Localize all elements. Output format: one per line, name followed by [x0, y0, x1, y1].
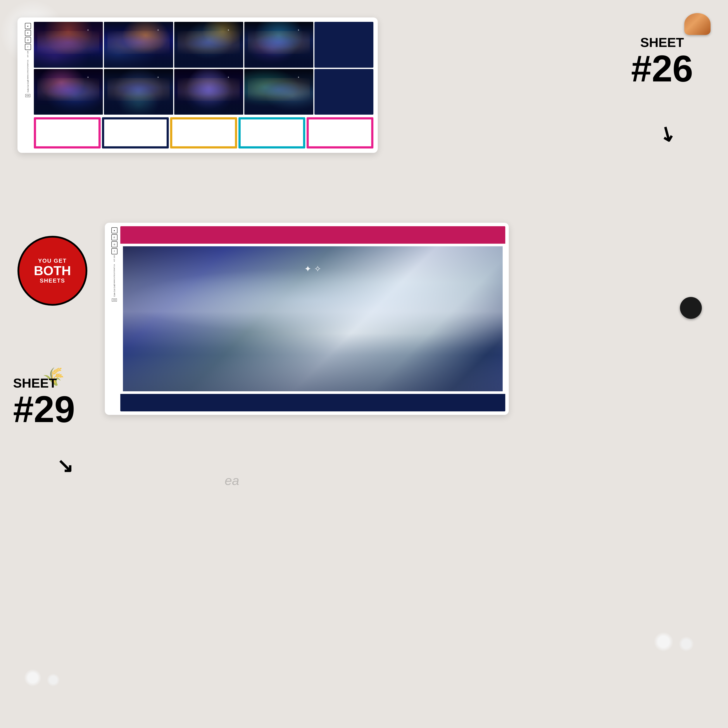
facebook-icon: f [25, 44, 31, 50]
sheet-29-number: #29 [13, 391, 75, 428]
brand-name-29: Cute Cut Craft WWW.CUTECUTCRAFT.CA [113, 264, 116, 297]
sticker-cell-6[interactable] [104, 69, 173, 115]
frame-sticker-pink-1[interactable] [34, 117, 101, 148]
brand-name-26: Cute Cut Craft WWW.CUTECUTCRAFT.CA [27, 60, 29, 92]
sky-overlay [123, 246, 503, 391]
sheet-29-main-image [121, 245, 505, 393]
frame-sticker-navy[interactable] [102, 117, 169, 148]
bookmark-icon: ▲ [25, 23, 31, 29]
badge-container: YOU GET BOTH SHEETS [17, 236, 94, 312]
arrow-to-sheet-26: ↙ [655, 120, 680, 148]
sticker-cell-8[interactable] [244, 69, 314, 115]
sheet-26-number: #26 [631, 50, 693, 87]
facebook-icon-29: f [112, 248, 118, 254]
frame-sticker-yellow[interactable] [170, 117, 237, 148]
sheet-id-26: #26 [25, 94, 31, 97]
sheet-29-navy-bar [120, 394, 505, 411]
sheet-29-main-content [120, 226, 505, 411]
solid-navy-block-top [314, 22, 373, 68]
sheet-26-top-row [34, 22, 373, 68]
sheet-29-container: ▲ E ◎ f KIT: 228 Cute Cut Craft WWW.CUTE… [105, 223, 509, 415]
frame-stickers-row [34, 117, 373, 148]
sticker-cell-1[interactable] [34, 22, 103, 68]
black-lid-decoration [680, 297, 702, 319]
sticker-cell-2[interactable] [104, 22, 173, 68]
solid-navy-block-bottom [314, 69, 373, 115]
kit-number-29: KIT: 228 [113, 255, 115, 262]
copper-cup-decoration [684, 13, 711, 35]
sticker-cell-3[interactable] [174, 22, 243, 68]
both-sheets-badge: YOU GET BOTH SHEETS [17, 236, 87, 306]
sticker-cell-7[interactable] [174, 69, 243, 115]
sheet-26-label-container: SHEET #26 [631, 35, 693, 87]
arrow-to-sheet-29: ↘ [57, 454, 73, 477]
sheet-29-pink-bar [120, 226, 505, 244]
badge-main-text: BOTH [34, 264, 71, 277]
page-wrapper: ▲ E ◎ f KIT: 228 Cute Cut Craft WWW.CUTE… [0, 0, 728, 728]
sheet-id-29: #29 [112, 298, 117, 301]
ea-text: ea [225, 473, 239, 488]
email-icon: E [25, 30, 31, 36]
sheet-29-sidebar: ▲ E ◎ f KIT: 228 Cute Cut Craft WWW.CUTE… [108, 226, 120, 411]
instagram-icon-29: ◎ [112, 241, 118, 248]
sticker-cell-4[interactable] [244, 22, 314, 68]
sheet-26-container: ▲ E ◎ f KIT: 228 Cute Cut Craft WWW.CUTE… [17, 17, 378, 153]
badge-bottom-text: SHEETS [40, 277, 65, 284]
sheet-26-bottom-row [34, 69, 373, 115]
cotton-decoration-bottom-left [22, 667, 76, 711]
sheet-26-main-content [34, 22, 373, 148]
instagram-icon: ◎ [25, 37, 31, 43]
email-icon-29: E [112, 234, 118, 240]
bookmark-icon-29: ▲ [112, 227, 118, 233]
kit-number-26: KIT: 228 [27, 51, 29, 57]
sheet-26-sidebar: ▲ E ◎ f KIT: 228 Cute Cut Craft WWW.CUTE… [22, 22, 34, 148]
cotton-decoration-bottom-right [652, 630, 717, 684]
sheet-29-label-container: SHEET #29 [13, 376, 75, 428]
frame-sticker-teal[interactable] [239, 117, 305, 148]
frame-sticker-pink-2[interactable] [307, 117, 373, 148]
sticker-cell-5[interactable] [34, 69, 103, 115]
